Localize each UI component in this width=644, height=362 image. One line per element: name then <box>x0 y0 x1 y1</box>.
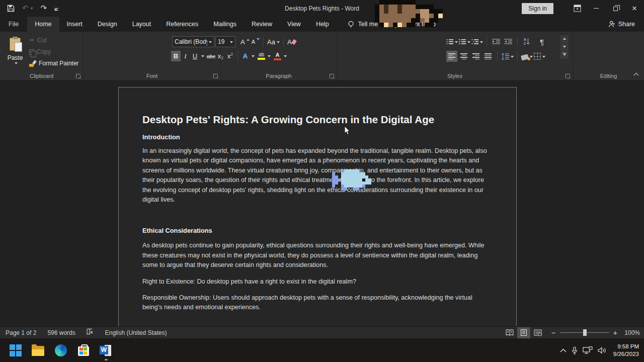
status-bar: Page 1 of 2 596 words English (United St… <box>0 326 644 338</box>
hamster-desktop-pet[interactable] <box>370 0 375 5</box>
print-layout-icon <box>520 329 527 336</box>
paste-label: Paste <box>8 54 23 61</box>
tab-mailings[interactable]: Mailings <box>206 17 244 32</box>
web-layout-icon <box>534 329 542 336</box>
close-button[interactable]: × <box>625 0 644 17</box>
strikethrough-button[interactable]: abc <box>206 51 216 61</box>
proofing-status-icon[interactable] <box>81 328 100 337</box>
bold-button[interactable]: B <box>171 51 181 61</box>
store-icon <box>78 346 89 356</box>
tab-design[interactable]: Design <box>90 17 125 32</box>
paste-button[interactable]: Paste <box>4 35 26 75</box>
cut-label: Cut <box>37 37 47 44</box>
share-button[interactable]: Share <box>608 17 635 32</box>
paste-dropdown-caret <box>15 62 18 66</box>
tell-me-box[interactable]: Tell me what you want to do <box>348 17 436 32</box>
zoom-control: − + 100% <box>551 329 640 336</box>
style-gallery-scroll <box>560 35 569 59</box>
sign-in-button[interactable]: Sign in <box>522 3 553 14</box>
format-painter-label: Format Painter <box>39 60 78 67</box>
italic-button[interactable]: I <box>181 51 190 61</box>
clipboard-dialog-launcher-icon[interactable] <box>76 74 80 78</box>
paste-icon <box>10 38 21 51</box>
font-name-select[interactable]: Calibri (Body <box>172 36 214 47</box>
font-name-value: Calibri (Body <box>175 38 207 45</box>
zoom-out-button[interactable]: − <box>551 329 556 336</box>
format-painter-button[interactable]: Format Painter <box>29 59 78 68</box>
copy-button[interactable]: Copy <box>29 47 78 56</box>
tab-references[interactable]: References <box>158 17 206 32</box>
minimize-button[interactable] <box>587 0 606 17</box>
tab-help[interactable]: Help <box>308 17 337 32</box>
document-paragraph: As desktop pets continue to gain popular… <box>142 241 488 270</box>
zoom-level[interactable]: 100% <box>624 329 640 336</box>
styles-group: AaBbCcDc¶ Normal AaBbCcDc¶ No Spac... Aa… <box>337 32 573 80</box>
fish-desktop-pet[interactable] <box>329 169 332 172</box>
undo-icon[interactable]: ↶ <box>22 5 33 12</box>
underline-button[interactable]: U <box>190 51 200 61</box>
mouse-cursor <box>344 126 351 135</box>
print-layout-button[interactable] <box>517 327 530 338</box>
tab-view[interactable]: View <box>280 17 308 32</box>
word-taskbar-button[interactable]: W <box>100 344 112 356</box>
ribbon-display-options-icon[interactable] <box>568 0 587 17</box>
tab-insert[interactable]: Insert <box>59 17 90 32</box>
document-paragraph: Right to Existence: Do desktop pets have… <box>142 277 488 287</box>
cut-icon: ✂ <box>29 37 34 44</box>
language-indicator[interactable]: English (United States) <box>100 329 173 336</box>
scroll-down-icon <box>563 46 566 49</box>
web-layout-button[interactable] <box>531 327 544 338</box>
document-page[interactable]: Desktop Pets' Rights: A Growing Concern … <box>118 87 517 326</box>
collapse-ribbon-button[interactable] <box>633 69 639 78</box>
styles-dialog-launcher-icon[interactable] <box>566 74 570 78</box>
tab-layout[interactable]: Layout <box>125 17 159 32</box>
read-mode-button[interactable] <box>503 327 516 338</box>
start-button[interactable] <box>9 344 22 356</box>
speaker-icon[interactable] <box>598 347 606 354</box>
taskbar-icons: W <box>9 338 112 362</box>
collapse-ribbon-icon <box>633 72 639 76</box>
read-mode-icon <box>506 329 514 336</box>
windows-logo-icon <box>10 344 22 356</box>
clock-time: 9:58 PM <box>617 343 639 349</box>
file-explorer-button[interactable] <box>32 344 44 356</box>
zoom-slider[interactable] <box>560 332 609 333</box>
taskbar-clock[interactable]: 9:58 PM 9/26/2023 <box>613 343 639 358</box>
edge-browser-button[interactable] <box>54 344 67 356</box>
zoom-in-button[interactable]: + <box>613 329 618 336</box>
underline-caret[interactable] <box>201 55 204 59</box>
redo-icon[interactable]: ↷ <box>41 5 47 12</box>
status-bar-right: − + 100% <box>503 327 640 338</box>
word-icon: W <box>100 344 112 356</box>
document-paragraph: In an increasingly digital world, the co… <box>142 146 488 205</box>
tab-file[interactable]: File <box>0 17 27 32</box>
font-dialog-launcher-icon[interactable] <box>213 74 218 78</box>
copy-icon <box>29 49 34 55</box>
style-scroll-down-button[interactable] <box>560 43 569 51</box>
zoom-slider-thumb[interactable] <box>583 329 587 336</box>
lightbulb-icon <box>348 21 354 28</box>
microphone-icon[interactable] <box>572 346 578 354</box>
network-icon[interactable] <box>583 346 593 354</box>
tab-review[interactable]: Review <box>244 17 280 32</box>
ribbon-tab-row: File Home Insert Design Layout Reference… <box>0 17 644 32</box>
style-gallery-more-button[interactable] <box>560 51 569 59</box>
microsoft-store-button[interactable] <box>77 344 90 356</box>
font-group: Calibri (Body 19 A A Aa A B I U abc x2 x… <box>84 32 221 80</box>
cut-button[interactable]: ✂Cut <box>29 36 78 45</box>
document-heading-introduction: Introduction <box>142 133 488 141</box>
save-icon[interactable] <box>7 5 15 12</box>
quick-access-toolbar: ↶ ↷ <box>7 0 57 17</box>
word-window: ↶ ↷ Desktop Pets Rights - Word Sign in ×… <box>0 0 644 362</box>
document-canvas[interactable]: Desktop Pets' Rights: A Growing Concern … <box>0 81 644 326</box>
page-indicator[interactable]: Page 1 of 2 <box>0 329 42 336</box>
tray-chevron-icon[interactable] <box>560 348 567 352</box>
customize-qat-icon[interactable] <box>54 7 57 10</box>
restore-button[interactable] <box>606 0 625 17</box>
word-count[interactable]: 596 words <box>42 329 80 336</box>
tab-home[interactable]: Home <box>27 17 59 32</box>
paragraph-dialog-launcher-icon[interactable] <box>330 74 334 78</box>
style-scroll-up-button[interactable] <box>560 35 569 43</box>
share-label: Share <box>618 21 635 28</box>
window-title: Desktop Pets Rights - Word <box>151 0 493 17</box>
